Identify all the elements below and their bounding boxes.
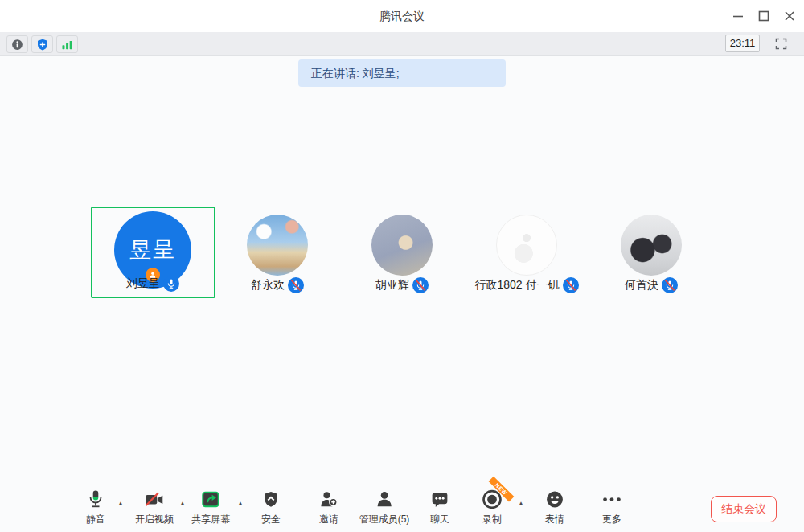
fullscreen-icon [774,37,788,51]
toolbar-label: 静音 [86,513,105,526]
avatar [371,215,433,276]
toolbar-label: 表情 [545,513,565,526]
share-screen-icon [191,489,230,511]
active-speaker-banner: 正在讲话: 刘昱呈; [298,59,506,87]
meeting-security-button[interactable] [31,35,53,53]
emoji-icon [545,489,565,511]
toolbar-label: 更多 [601,513,623,526]
mic-muted-icon [662,277,678,293]
emoji-button[interactable]: 表情 [545,489,565,526]
info-icon [10,38,24,51]
participant-tile-huyahui[interactable]: 胡亚辉 [340,207,465,298]
security-button[interactable]: 安全 [261,489,281,526]
toolbar-label: 共享屏幕 [191,513,230,526]
record-icon: NEW [482,489,503,511]
toolbar-label: 录制 [482,513,503,526]
participant-name: 舒永欢 [251,278,285,293]
chat-button[interactable]: 聊天 [430,489,450,526]
mic-muted-icon [412,277,429,293]
end-meeting-button[interactable]: 结束会议 [711,496,777,522]
members-icon [359,489,410,511]
security-shield-icon [261,489,281,511]
toolbar-label: 开启视频 [135,513,174,526]
start-video-button[interactable]: 开启视频 [135,489,174,526]
meeting-info-button[interactable] [6,35,28,53]
manage-members-button[interactable]: 管理成员(5) [359,489,410,526]
mic-muted-icon [563,277,579,293]
chat-icon [430,489,450,511]
participants-row: 昱呈 刘昱呈 [0,207,804,298]
maximize-button[interactable] [753,5,775,27]
invite-button[interactable]: 邀请 [319,489,339,526]
minimize-icon [732,10,744,22]
participant-name: 何首決 [625,278,658,293]
participant-name: 刘昱呈 [126,276,160,291]
window-title: 腾讯会议 [0,0,804,32]
network-quality-button[interactable] [56,35,78,53]
close-icon [784,10,795,22]
participant-tile-shuyonghuan[interactable]: 舒永欢 [215,207,340,298]
invite-icon [319,489,339,511]
toolbar-label: 邀请 [319,513,339,526]
meeting-info-strip [0,32,804,56]
participant-tile-fuyiji[interactable]: 行政1802 付一矶 [465,207,589,298]
toolbar-label: 聊天 [430,513,450,526]
avatar-initials: 昱呈 [129,235,176,264]
mute-button[interactable]: 静音 [86,489,105,526]
meeting-timer: 23:11 [725,35,760,52]
mute-options-arrow[interactable]: ▲ [117,500,124,507]
participant-name: 胡亚辉 [375,278,409,293]
avatar [247,215,308,276]
toolbar-label: 管理成员(5) [359,513,410,526]
network-signal-icon [60,38,74,51]
video-options-arrow[interactable]: ▲ [179,500,186,507]
title-bar: 腾讯会议 [0,0,804,32]
minimize-button[interactable] [727,5,749,27]
meeting-window: 腾讯会议 23:11 [0,0,804,532]
avatar [621,215,682,276]
record-button[interactable]: NEW 录制 [482,489,503,526]
camera-off-icon [135,489,174,511]
microphone-icon [86,489,105,511]
participant-name: 行政1802 付一矶 [474,278,559,293]
mic-on-icon [163,276,179,292]
fullscreen-button[interactable] [770,35,791,52]
share-screen-button[interactable]: 共享屏幕 [191,489,230,526]
toolbar-label: 安全 [261,513,281,526]
share-options-arrow[interactable]: ▲ [237,500,244,507]
maximize-icon [758,10,769,22]
more-icon [601,489,623,511]
close-button[interactable] [778,5,801,27]
mic-muted-icon [288,277,304,293]
more-button[interactable]: 更多 [601,489,623,526]
participant-tile-heshoujue[interactable]: 何首決 [589,207,714,298]
shield-plus-icon [36,38,49,51]
record-options-arrow[interactable]: ▲ [518,500,524,507]
participant-tile-liuyucheng[interactable]: 昱呈 刘昱呈 [91,207,215,298]
avatar [496,215,557,276]
